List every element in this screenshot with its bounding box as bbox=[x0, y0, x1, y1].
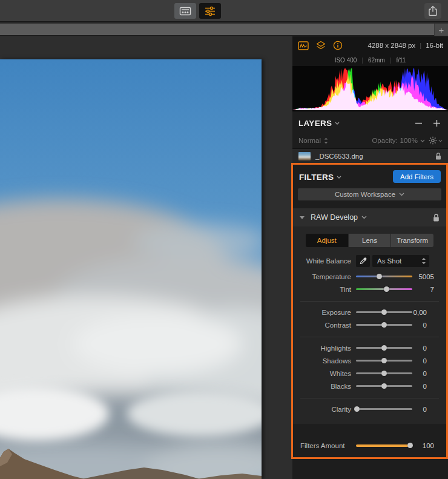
filters-amount-value[interactable]: 100 bbox=[412, 442, 446, 449]
tint-label: Tint bbox=[293, 286, 356, 293]
image-dimensions: 4288 x 2848 px bbox=[368, 42, 416, 49]
info-panel-icon[interactable] bbox=[333, 41, 343, 50]
layer-row[interactable]: _DSC6533.dng bbox=[292, 148, 448, 163]
filters-amount-label: Filters Amount bbox=[293, 442, 356, 449]
raw-develop-title: RAW Develop bbox=[311, 213, 367, 222]
contrast-value[interactable]: 0 bbox=[412, 322, 439, 329]
whites-slider[interactable] bbox=[356, 372, 412, 374]
layers-panel-icon[interactable] bbox=[315, 41, 326, 50]
collapse-triangle-icon[interactable] bbox=[300, 216, 305, 219]
adjust-sliders-icon bbox=[204, 6, 216, 16]
white-balance-select[interactable]: As Shot bbox=[372, 255, 429, 267]
share-button[interactable] bbox=[424, 3, 441, 19]
raw-develop-header[interactable]: RAW Develop bbox=[293, 208, 446, 226]
slider-knob[interactable] bbox=[381, 345, 387, 351]
edit-view-button[interactable] bbox=[199, 3, 221, 19]
shadows-label: Shadows bbox=[300, 357, 356, 365]
chevron-down-icon bbox=[399, 193, 404, 196]
slider-row-whites: Whites0 bbox=[300, 367, 439, 380]
share-export-icon bbox=[428, 5, 438, 16]
slider-knob[interactable] bbox=[384, 286, 389, 292]
layer-settings-button[interactable] bbox=[429, 136, 443, 145]
photo-image bbox=[0, 59, 262, 479]
tab-transform[interactable]: Transform bbox=[391, 234, 433, 247]
temperature-slider[interactable] bbox=[356, 276, 412, 277]
highlights-value[interactable]: 0 bbox=[412, 345, 439, 352]
chevron-down-icon bbox=[335, 122, 340, 125]
chevron-down-icon bbox=[438, 139, 443, 142]
clarity-label: Clarity bbox=[300, 406, 356, 413]
tab-adjust[interactable]: Adjust bbox=[306, 234, 349, 247]
slider-knob[interactable] bbox=[377, 274, 382, 279]
image-bit-depth: 16-bit bbox=[426, 42, 443, 49]
add-filters-button[interactable]: Add Filters bbox=[393, 170, 441, 183]
slider-groups: Temperature5005Tint7Exposure0,00Contrast… bbox=[293, 268, 446, 418]
filters-amount-slider[interactable] bbox=[356, 444, 412, 447]
layers-title[interactable]: LAYERS bbox=[298, 119, 340, 128]
browse-view-button[interactable] bbox=[174, 3, 196, 19]
lock-icon[interactable] bbox=[435, 152, 442, 160]
slider-knob[interactable] bbox=[354, 406, 360, 412]
whites-label: Whites bbox=[300, 370, 356, 377]
filmstrip-view-icon bbox=[179, 7, 191, 16]
slider-knob[interactable] bbox=[381, 358, 387, 363]
divider: | bbox=[361, 57, 363, 64]
tint-slider[interactable] bbox=[356, 288, 412, 290]
highlights-slider[interactable] bbox=[356, 347, 412, 349]
blacks-slider[interactable] bbox=[356, 385, 412, 387]
white-balance-picker-button[interactable] bbox=[356, 255, 370, 267]
filters-amount-row: Filters Amount 100 bbox=[293, 439, 446, 452]
slider-knob[interactable] bbox=[381, 383, 387, 389]
histogram[interactable] bbox=[292, 66, 448, 111]
highlights-label: Highlights bbox=[300, 345, 356, 352]
tab-strip: + bbox=[0, 24, 448, 36]
photo-canvas[interactable] bbox=[0, 59, 262, 479]
exposure-value[interactable]: 0,00 bbox=[412, 309, 439, 316]
view-toggle bbox=[174, 3, 221, 19]
temperature-value[interactable]: 5005 bbox=[412, 273, 446, 280]
slider-row-contrast: Contrast0 bbox=[300, 319, 439, 331]
slider-row-tint: Tint7 bbox=[293, 283, 446, 296]
opacity-control[interactable]: Opacity: 100% bbox=[372, 137, 425, 144]
clarity-value[interactable]: 0 bbox=[412, 406, 439, 413]
slider-knob[interactable] bbox=[381, 322, 387, 328]
right-panel: 4288 x 2848 px | 16-bit ISO 400 | 62mm |… bbox=[292, 36, 448, 479]
tab-lens[interactable]: Lens bbox=[349, 234, 392, 247]
slider-knob[interactable] bbox=[381, 371, 387, 376]
filters-title[interactable]: FILTERS bbox=[299, 173, 341, 182]
remove-layer-button[interactable] bbox=[415, 119, 423, 127]
add-layer-button[interactable] bbox=[433, 119, 441, 127]
contrast-slider[interactable] bbox=[356, 324, 412, 326]
whites-value[interactable]: 0 bbox=[412, 370, 439, 377]
divider: | bbox=[390, 57, 392, 64]
slider-knob[interactable] bbox=[407, 443, 413, 448]
workspace-selector[interactable]: Custom Workspace bbox=[298, 188, 441, 200]
clarity-slider[interactable] bbox=[356, 408, 412, 410]
slider-group: Exposure0,00Contrast0 bbox=[300, 301, 439, 334]
shadows-value[interactable]: 0 bbox=[412, 357, 439, 365]
exif-iso: ISO 400 bbox=[335, 57, 357, 64]
up-down-stepper-icon bbox=[324, 137, 328, 144]
exposure-slider[interactable] bbox=[356, 311, 412, 313]
tint-value[interactable]: 7 bbox=[412, 286, 446, 293]
adjust-tabs: AdjustLensTransform bbox=[306, 234, 433, 247]
slider-row-highlights: Highlights0 bbox=[300, 342, 439, 354]
plus-icon: + bbox=[439, 25, 444, 35]
eyedropper-icon bbox=[359, 257, 367, 265]
layer-name: _DSC6533.dng bbox=[315, 153, 363, 160]
exposure-label: Exposure bbox=[300, 309, 356, 316]
add-tab-button[interactable]: + bbox=[434, 24, 448, 36]
shadows-slider[interactable] bbox=[356, 360, 412, 362]
top-toolbar bbox=[0, 0, 448, 22]
opacity-label: Opacity: bbox=[372, 137, 397, 144]
slider-knob[interactable] bbox=[381, 309, 387, 315]
histogram-panel-icon[interactable] bbox=[298, 41, 309, 50]
filters-header: FILTERS Add Filters bbox=[293, 170, 446, 184]
blend-mode-select[interactable]: Normal bbox=[298, 137, 328, 144]
exif-focal-length: 62mm bbox=[368, 57, 385, 64]
blend-row: Normal Opacity: 100% bbox=[292, 133, 448, 148]
lock-icon[interactable] bbox=[432, 213, 440, 222]
blacks-value[interactable]: 0 bbox=[412, 383, 439, 390]
chevron-down-icon bbox=[337, 176, 341, 179]
exif-row: ISO 400 | 62mm | f/11 bbox=[292, 55, 448, 66]
